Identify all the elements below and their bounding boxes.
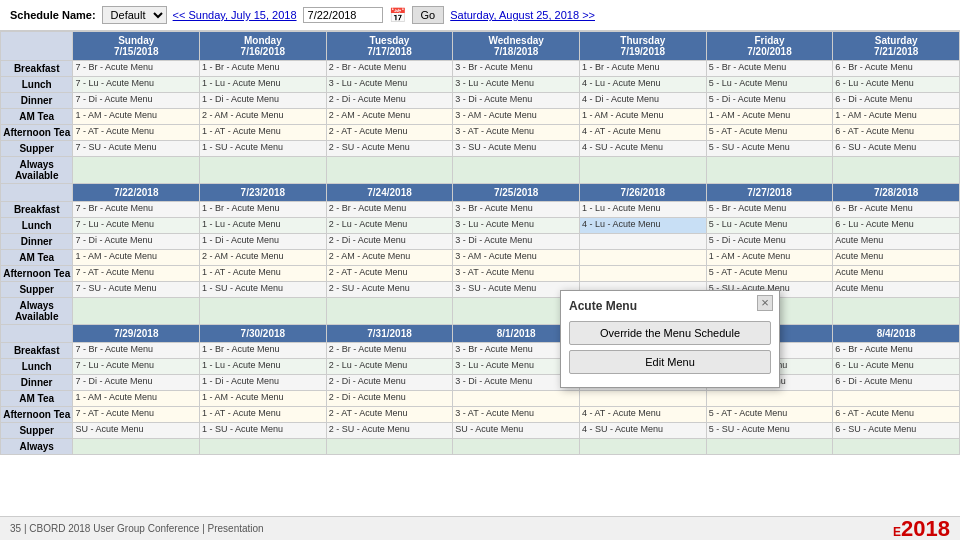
table-row[interactable]: 5 - AT - Acute Menu <box>706 266 833 282</box>
table-row[interactable]: 3 - Lu - Acute Menu <box>326 77 453 93</box>
table-row[interactable]: 1 - AM - Acute Menu <box>200 391 327 407</box>
table-row[interactable]: 2 - Di - Acute Menu <box>326 391 453 407</box>
table-row[interactable] <box>580 439 707 455</box>
table-row[interactable]: 2 - AT - Acute Menu <box>326 266 453 282</box>
table-row[interactable] <box>580 234 707 250</box>
table-row[interactable]: 5 - Di - Acute Menu <box>706 234 833 250</box>
table-row[interactable] <box>580 157 707 184</box>
table-row[interactable] <box>200 439 327 455</box>
table-row[interactable]: 1 - AM - Acute Menu <box>580 109 707 125</box>
table-row[interactable]: 2 - AM - Acute Menu <box>200 109 327 125</box>
table-row[interactable]: 6 - Lu - Acute Menu <box>833 77 960 93</box>
table-row[interactable]: 2 - Br - Acute Menu <box>326 202 453 218</box>
week2-lunch-highlighted[interactable]: 4 - Lu - Acute Menu <box>580 218 707 234</box>
table-row[interactable]: Acute Menu <box>833 250 960 266</box>
table-row[interactable]: 1 - AM - Acute Menu <box>73 391 200 407</box>
table-row[interactable]: 7 - SU - Acute Menu <box>73 282 200 298</box>
popup-close-button[interactable]: × <box>757 295 773 311</box>
table-row[interactable]: 7 - Lu - Acute Menu <box>73 77 200 93</box>
table-row[interactable] <box>833 391 960 407</box>
table-row[interactable]: 1 - SU - Acute Menu <box>200 423 327 439</box>
table-row[interactable] <box>326 439 453 455</box>
table-row[interactable]: 5 - SU - Acute Menu <box>706 423 833 439</box>
table-row[interactable]: 7 - Br - Acute Menu <box>73 343 200 359</box>
table-row[interactable]: 7 - Br - Acute Menu <box>73 202 200 218</box>
table-row[interactable]: 1 - Di - Acute Menu <box>200 234 327 250</box>
table-row[interactable]: 5 - Br - Acute Menu <box>706 61 833 77</box>
table-row[interactable]: 3 - Br - Acute Menu <box>453 202 580 218</box>
table-row[interactable]: 1 - Lu - Acute Menu <box>200 77 327 93</box>
table-row[interactable]: 6 - AT - Acute Menu <box>833 407 960 423</box>
table-row[interactable]: 7 - Lu - Acute Menu <box>73 218 200 234</box>
table-row[interactable]: 1 - AM - Acute Menu <box>706 250 833 266</box>
table-row[interactable]: 1 - AT - Acute Menu <box>200 266 327 282</box>
table-row[interactable]: 2 - SU - Acute Menu <box>326 423 453 439</box>
table-row[interactable]: 5 - Lu - Acute Menu <box>706 77 833 93</box>
table-row[interactable]: 6 - Di - Acute Menu <box>833 93 960 109</box>
table-row[interactable]: 3 - AM - Acute Menu <box>453 109 580 125</box>
table-row[interactable]: 2 - SU - Acute Menu <box>326 282 453 298</box>
table-row[interactable]: 3 - AT - Acute Menu <box>453 266 580 282</box>
table-row[interactable] <box>580 391 707 407</box>
table-row[interactable]: 1 - Di - Acute Menu <box>200 375 327 391</box>
table-row[interactable]: 7 - AT - Acute Menu <box>73 125 200 141</box>
table-row[interactable]: 2 - Lu - Acute Menu <box>326 359 453 375</box>
table-row[interactable]: 2 - Di - Acute Menu <box>326 93 453 109</box>
table-row[interactable]: 3 - SU - Acute Menu <box>453 141 580 157</box>
table-row[interactable]: 3 - AT - Acute Menu <box>453 125 580 141</box>
table-row[interactable]: 5 - Di - Acute Menu <box>706 93 833 109</box>
table-row[interactable]: 1 - AT - Acute Menu <box>200 407 327 423</box>
table-row[interactable] <box>73 298 200 325</box>
table-row[interactable]: 4 - Di - Acute Menu <box>580 93 707 109</box>
nav-prev-button[interactable]: << Sunday, July 15, 2018 <box>173 9 297 21</box>
table-row[interactable]: 3 - Di - Acute Menu <box>453 93 580 109</box>
table-row[interactable]: 1 - AM - Acute Menu <box>833 109 960 125</box>
calendar-icon[interactable]: 📅 <box>389 7 406 23</box>
table-row[interactable]: 5 - Br - Acute Menu <box>706 202 833 218</box>
table-row[interactable]: 6 - Br - Acute Menu <box>833 202 960 218</box>
table-row[interactable]: 1 - AM - Acute Menu <box>706 109 833 125</box>
table-row[interactable]: 3 - AM - Acute Menu <box>453 250 580 266</box>
table-row[interactable]: 2 - Di - Acute Menu <box>326 234 453 250</box>
table-row[interactable] <box>73 439 200 455</box>
table-row[interactable] <box>73 157 200 184</box>
table-row[interactable]: 6 - Di - Acute Menu <box>833 375 960 391</box>
table-row[interactable]: 1 - AT - Acute Menu <box>200 125 327 141</box>
table-row[interactable]: Acute Menu <box>833 266 960 282</box>
table-row[interactable]: 2 - Di - Acute Menu <box>326 375 453 391</box>
table-row[interactable]: 1 - AM - Acute Menu <box>73 250 200 266</box>
table-row[interactable]: 3 - Br - Acute Menu <box>453 61 580 77</box>
table-row[interactable]: 7 - Br - Acute Menu <box>73 61 200 77</box>
table-row[interactable]: 2 - AT - Acute Menu <box>326 125 453 141</box>
table-row[interactable]: 5 - AT - Acute Menu <box>706 407 833 423</box>
table-row[interactable]: 6 - Lu - Acute Menu <box>833 359 960 375</box>
table-row[interactable] <box>326 157 453 184</box>
table-row[interactable] <box>200 157 327 184</box>
date-input[interactable] <box>303 7 383 23</box>
popup-edit-button[interactable]: Edit Menu <box>569 350 771 374</box>
table-row[interactable]: 4 - SU - Acute Menu <box>580 423 707 439</box>
table-row[interactable] <box>453 391 580 407</box>
table-row[interactable]: 7 - SU - Acute Menu <box>73 141 200 157</box>
table-row[interactable]: 1 - Br - Acute Menu <box>200 343 327 359</box>
table-row[interactable]: 3 - AT - Acute Menu <box>453 407 580 423</box>
table-row[interactable]: 6 - Br - Acute Menu <box>833 61 960 77</box>
table-row[interactable]: 2 - AT - Acute Menu <box>326 407 453 423</box>
table-row[interactable]: 6 - SU - Acute Menu <box>833 141 960 157</box>
table-row[interactable]: 1 - Br - Acute Menu <box>200 61 327 77</box>
table-row[interactable]: 1 - SU - Acute Menu <box>200 141 327 157</box>
table-row[interactable]: 6 - Lu - Acute Menu <box>833 218 960 234</box>
table-row[interactable] <box>706 157 833 184</box>
table-row[interactable]: 7 - AT - Acute Menu <box>73 407 200 423</box>
table-row[interactable]: 7 - Lu - Acute Menu <box>73 359 200 375</box>
table-row[interactable] <box>833 298 960 325</box>
table-row[interactable]: 2 - AM - Acute Menu <box>326 250 453 266</box>
table-row[interactable] <box>833 157 960 184</box>
table-row[interactable]: 3 - Lu - Acute Menu <box>453 77 580 93</box>
table-row[interactable] <box>200 298 327 325</box>
table-row[interactable] <box>453 157 580 184</box>
table-row[interactable]: 2 - Lu - Acute Menu <box>326 218 453 234</box>
table-row[interactable]: Acute Menu <box>833 282 960 298</box>
table-row[interactable]: 4 - SU - Acute Menu <box>580 141 707 157</box>
table-row[interactable]: 1 - Br - Acute Menu <box>200 202 327 218</box>
